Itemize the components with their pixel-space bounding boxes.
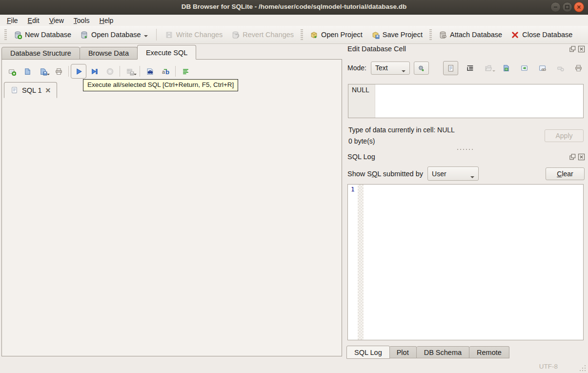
toolbar-separator <box>140 66 140 77</box>
sql-open-icon <box>23 67 32 76</box>
log-checker-strip <box>358 185 364 340</box>
text-mode-button[interactable] <box>443 61 458 75</box>
window-title: DB Browser for SQLite - /home/user/code/… <box>0 3 588 10</box>
edit-cell-icon-row <box>443 61 585 75</box>
dock-tab-bar: SQL LogPlotDB SchemaRemote <box>346 346 509 359</box>
close-window-button[interactable] <box>574 2 584 12</box>
execute-all-button[interactable] <box>71 64 86 79</box>
dock-splitter[interactable] <box>347 148 584 151</box>
mode-select[interactable]: Text <box>371 62 410 75</box>
cell-type-info: Type of data currently in cell: NULL <box>348 126 455 134</box>
db-close-icon <box>511 31 519 39</box>
save-project-button[interactable]: Save Project <box>367 28 427 41</box>
sql-document-icon <box>10 86 19 94</box>
save-sql-file-button[interactable] <box>35 64 51 79</box>
resize-grip[interactable] <box>580 365 586 371</box>
dock-tab-db-schema[interactable]: DB Schema <box>417 346 469 358</box>
close-tab-icon[interactable]: ✕ <box>45 86 51 94</box>
stop-icon <box>106 67 114 76</box>
menu-edit[interactable]: Edit <box>23 16 44 25</box>
file-open-sm-icon <box>484 64 492 72</box>
copy-link-button[interactable] <box>536 62 548 74</box>
set-null-button <box>554 62 567 74</box>
sql-save-icon <box>39 67 47 76</box>
sql-editor-tab-bar: SQL 1 ✕ <box>4 82 57 98</box>
attach-database-button[interactable]: Attach Database <box>434 28 507 41</box>
sql-toolbar: ab <box>4 62 193 80</box>
tooltip-execute-sql: Execute all/selected SQL [Ctrl+Return, F… <box>83 79 238 91</box>
auto-switch-mode-button[interactable] <box>414 62 429 75</box>
menu-view[interactable]: View <box>44 16 69 25</box>
write-changes-button: Write Changes <box>161 28 227 41</box>
cell-editor[interactable]: NULL <box>348 84 584 118</box>
titlebar: DB Browser for SQLite - /home/user/code/… <box>0 0 588 15</box>
open-sql-file-button[interactable] <box>20 64 35 79</box>
word-wrap-button[interactable] <box>464 62 476 74</box>
sql-log-filter-row: Show SQL submitted by User Clear <box>347 166 585 181</box>
tab-execute-sql[interactable]: Execute SQL <box>137 45 196 60</box>
print-cell-button[interactable] <box>572 62 585 74</box>
dock-tab-sql-log[interactable]: SQL Log <box>346 346 390 359</box>
edit-cell-mode-row: Mode: Text <box>347 61 585 75</box>
find-replace-button[interactable] <box>142 64 158 79</box>
toolbar-drag-handle[interactable] <box>429 29 432 40</box>
sql-log-dock-header: SQL Log <box>347 153 585 161</box>
autocomplete-icon: ab <box>162 67 170 76</box>
find-icon <box>146 67 154 76</box>
submitted-by-select[interactable]: User <box>427 166 479 181</box>
apply-button: Apply <box>545 129 584 142</box>
close-database-button[interactable]: Close Database <box>507 28 577 41</box>
revert-changes-button: Revert Changes <box>227 28 298 41</box>
tab-browse-data[interactable]: Browse Data <box>80 47 138 60</box>
save-file-button[interactable] <box>500 62 512 74</box>
open-database-button[interactable]: Open Database <box>76 28 152 41</box>
window-controls <box>550 2 584 12</box>
new-database-button[interactable]: New Database <box>9 28 76 41</box>
tab-database-structure[interactable]: Database Structure <box>1 47 80 60</box>
main-toolbar: New DatabaseOpen DatabaseWrite ChangesRe… <box>0 26 588 44</box>
sql-editor-tab[interactable]: SQL 1 ✕ <box>4 82 57 98</box>
toolbar-separator <box>175 66 176 77</box>
print-button[interactable] <box>51 64 66 79</box>
new-tab-button[interactable] <box>4 64 20 79</box>
gear-apply-icon <box>417 64 426 72</box>
execute-icon <box>75 67 83 76</box>
toolbar-drag-handle[interactable] <box>301 29 303 40</box>
float-panel-icon[interactable] <box>569 153 576 161</box>
format-sql-button[interactable] <box>178 64 193 79</box>
toolbar-drag-handle[interactable] <box>4 29 7 40</box>
chevron-down-icon <box>134 74 137 75</box>
export-data-button[interactable] <box>518 62 530 74</box>
dock-tab-plot[interactable]: Plot <box>389 346 417 358</box>
close-panel-icon[interactable] <box>578 45 585 53</box>
open-project-button[interactable]: Open Project <box>305 28 367 41</box>
toolbar-separator <box>68 66 69 77</box>
edit-cell-dock-header: Edit Database Cell <box>347 45 585 53</box>
maximize-window-button[interactable] <box>562 2 572 12</box>
auto-completion-button[interactable]: ab <box>158 64 173 79</box>
db-open-icon <box>80 31 88 39</box>
db-new-icon <box>14 31 22 39</box>
encoding-indicator: UTF-8 <box>539 363 558 370</box>
stop-button <box>102 64 118 79</box>
float-panel-icon[interactable] <box>569 45 576 53</box>
export-doc-icon <box>520 64 528 72</box>
toolbar-separator <box>120 66 120 77</box>
db-attach-icon <box>439 31 447 39</box>
edit-cell-title: Edit Database Cell <box>347 45 568 53</box>
menu-tools[interactable]: Tools <box>69 16 95 25</box>
execute-current-line-button[interactable] <box>86 64 102 79</box>
execute-line-icon <box>90 67 99 76</box>
clear-log-button[interactable]: Clear <box>546 167 585 180</box>
mode-value: Text <box>375 64 398 72</box>
sql-log-view[interactable]: 1 <box>347 184 584 340</box>
close-panel-icon[interactable] <box>578 153 585 161</box>
chevron-down-icon[interactable] <box>144 35 148 37</box>
project-open-icon <box>310 31 318 39</box>
menu-help[interactable]: Help <box>95 16 119 25</box>
menu-file[interactable]: File <box>2 16 23 25</box>
print-icon <box>574 64 583 72</box>
word-wrap-icon <box>466 64 474 72</box>
dock-tab-remote[interactable]: Remote <box>469 346 509 358</box>
minimize-window-button[interactable] <box>550 2 561 12</box>
